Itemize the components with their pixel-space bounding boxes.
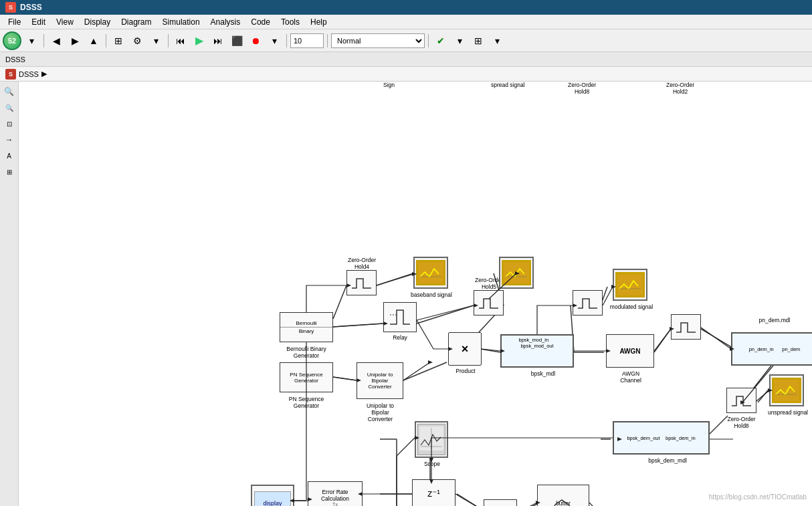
run-btn[interactable]: ▶	[191, 32, 208, 49]
menu-item-diagram[interactable]: Diagram	[116, 16, 157, 28]
text-btn[interactable]: A	[2, 148, 17, 163]
step-fwd-btn[interactable]: ⏭	[209, 32, 227, 49]
block-display[interactable]: display	[251, 485, 294, 506]
app-icon: S	[5, 2, 16, 13]
block-product[interactable]: ×	[448, 332, 482, 366]
menu-item-simulation[interactable]: Simulation	[157, 16, 205, 28]
label-unspread-scope: unspread signal	[761, 409, 812, 416]
label-zoh-h8: Zero-OrderHold8	[720, 416, 763, 429]
menu-item-display[interactable]: Display	[79, 16, 116, 28]
stop-btn[interactable]: ⬛	[228, 32, 245, 49]
block-spread-scope[interactable]	[499, 257, 534, 289]
main-area: 🔍 🔍 ⊡ → A ⊞	[0, 82, 812, 506]
dropdown-btn[interactable]: ▾	[23, 32, 40, 49]
block-pn-seq[interactable]: PN SequenceGenerator	[280, 362, 333, 392]
block-bernoulli[interactable]: Bernoulli Binary	[280, 312, 333, 342]
block-int-delay[interactable]: z⁻¹	[412, 479, 455, 506]
svg-rect-34	[774, 380, 799, 401]
block-relay[interactable]	[383, 302, 417, 332]
svg-rect-32	[617, 274, 643, 295]
block-zoh4[interactable]	[346, 270, 377, 295]
sep2	[106, 34, 106, 47]
sim-time-input[interactable]	[290, 33, 324, 48]
dropdown-btn2[interactable]: ▾	[147, 32, 165, 49]
menu-item-view[interactable]: View	[51, 16, 79, 28]
debug-btn[interactable]: ⊞	[470, 32, 487, 49]
sep5	[327, 34, 328, 47]
breadcrumb-text: DSSS	[5, 55, 25, 64]
block-zoh5[interactable]	[474, 290, 504, 315]
label-zoh2: Zero-OrderHold2	[666, 82, 694, 95]
sim-mode-dropdown[interactable]: Normal Accelerator Rapid Accelerator	[331, 33, 425, 48]
block-error-rate[interactable]: Error RateCalculation TxRx	[308, 481, 363, 506]
record-btn[interactable]: ⏺	[247, 32, 264, 49]
block-zoh8-left[interactable]	[573, 290, 603, 315]
path-arrow: ▶	[41, 70, 47, 78]
sep1	[43, 34, 44, 47]
label-spread-scope: spread signal	[491, 82, 525, 88]
forward-btn[interactable]: ▶	[66, 32, 84, 49]
arrow-btn[interactable]: →	[2, 132, 17, 147]
menu-item-tools[interactable]: Tools	[276, 16, 305, 28]
label-modulated-scope: modulated signal	[605, 303, 658, 310]
menu-item-file[interactable]: File	[3, 16, 26, 28]
block-scope[interactable]	[415, 421, 448, 458]
gear-btn[interactable]: ⚙	[128, 32, 146, 49]
check-btn[interactable]: ✔	[432, 32, 449, 49]
block-zoh3[interactable]	[484, 499, 517, 506]
svg-line-8	[480, 349, 500, 352]
left-toolbar: 🔍 🔍 ⊡ → A ⊞	[0, 82, 19, 506]
fit-btn[interactable]: ⊡	[2, 116, 17, 131]
image-btn[interactable]: ⊞	[2, 164, 17, 179]
block-modulated-scope[interactable]	[613, 269, 647, 301]
menu-item-code[interactable]: Code	[245, 16, 276, 28]
label-zoh4: Zero-OrderHold4	[342, 257, 382, 270]
label-bpsk-mdl: bpsk_mdl	[523, 370, 563, 377]
label-scope: Scope	[415, 461, 449, 467]
debug-dropdown[interactable]: ▾	[488, 32, 506, 49]
rec-dropdown[interactable]: ▾	[266, 32, 283, 49]
block-zoh2[interactable]	[671, 314, 701, 340]
path-icon: S	[5, 69, 16, 80]
title-bar: S DSSS	[0, 0, 812, 15]
label-bernoulli: Bernoulli BinaryGenerator	[276, 346, 336, 359]
zoom-in-btn[interactable]: 🔍	[2, 84, 17, 99]
canvas: Bernoulli Binary Bernoulli BinaryGenerat…	[19, 82, 812, 506]
block-bpsk-mdl[interactable]: bpsk_mod_in bpsk_mod_out	[500, 334, 574, 368]
svg-line-20	[457, 494, 484, 506]
label-zoh8-left: Zero-OrderHold8	[568, 82, 596, 95]
step-back-btn[interactable]: ⏮	[172, 32, 189, 49]
svg-rect-30	[504, 262, 529, 283]
block-bpsk-dem-mdl[interactable]: bpsk_dem_out bpsk_dem_in	[613, 421, 710, 455]
block-pn-dem-mdl[interactable]: pn_dem_in pn_dem	[731, 332, 812, 366]
sep4	[286, 34, 287, 47]
svg-marker-48	[428, 360, 433, 364]
watermark: https://blog.csdn.net/TIOCmatlab	[709, 493, 807, 501]
green-indicator: 52	[3, 31, 21, 50]
up-btn[interactable]: ▲	[85, 32, 102, 49]
block-zoh-h8[interactable]	[726, 388, 756, 413]
block-unspread-scope[interactable]	[769, 374, 804, 406]
menu-item-edit[interactable]: Edit	[26, 16, 51, 28]
menu-item-analysis[interactable]: Analysis	[205, 16, 246, 28]
back-btn[interactable]: ◀	[47, 32, 65, 49]
label-bpsk-dem-mdl: bpsk_dem_mdl	[641, 457, 694, 464]
label-awgn: AWGNChannel	[607, 370, 654, 384]
svg-line-0	[333, 324, 383, 327]
svg-line-6	[333, 377, 357, 380]
block-butter[interactable]: butter	[537, 485, 589, 506]
svg-rect-28	[418, 262, 443, 283]
block-awgn[interactable]: AWGN	[606, 334, 654, 368]
model-btn[interactable]: ⊞	[110, 32, 127, 49]
label-sign: Sign	[383, 82, 395, 88]
zoom-out-btn[interactable]: 🔍	[2, 100, 17, 115]
block-unipolar[interactable]: Unipolar toBipolarConverter	[357, 362, 403, 399]
breadcrumb-bar: DSSS	[0, 52, 812, 67]
block-baseband-scope[interactable]	[413, 257, 448, 289]
menu-item-help[interactable]: Help	[305, 16, 332, 28]
sep3	[168, 34, 169, 47]
label-unipolar: Unipolar toBipolarConverter	[352, 402, 409, 422]
toolbar: 52 ▾ ◀ ▶ ▲ ⊞ ⚙ ▾ ⏮ ▶ ⏭ ⬛ ⏺ ▾ Normal Acce…	[0, 29, 812, 52]
check-dropdown[interactable]: ▾	[451, 32, 468, 49]
path-bar: S DSSS ▶	[0, 67, 812, 82]
